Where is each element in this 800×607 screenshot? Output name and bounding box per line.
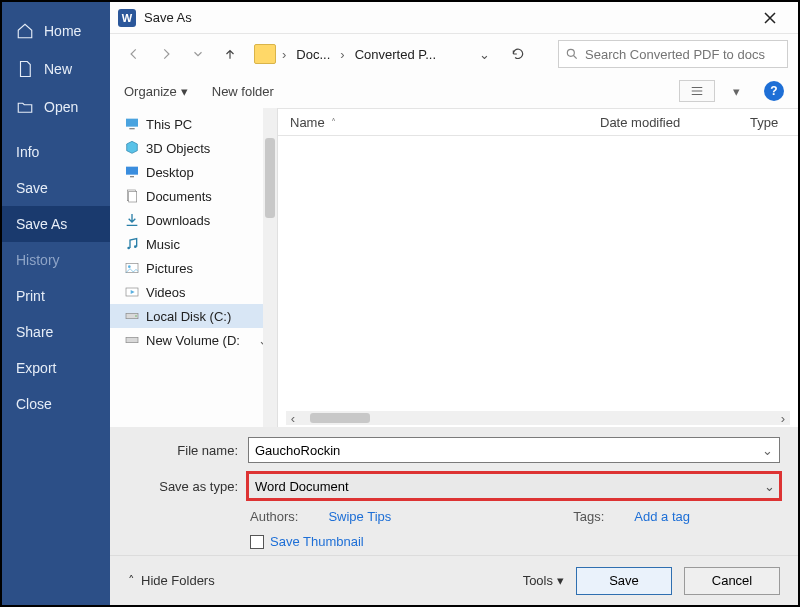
tools-dropdown[interactable]: Tools ▾ <box>523 573 564 588</box>
save-as-dialog: W Save As › Doc... › Converted P... ⌄ <box>110 2 798 605</box>
dialog-titlebar: W Save As <box>110 2 798 34</box>
tree-item-downloads[interactable]: Downloads <box>110 208 277 232</box>
search-field[interactable] <box>585 47 781 62</box>
scroll-right-icon[interactable]: › <box>776 411 790 425</box>
tree-item-3d-objects[interactable]: 3D Objects <box>110 136 277 160</box>
file-name-input[interactable] <box>255 443 762 458</box>
refresh-button[interactable] <box>504 40 532 68</box>
horizontal-scrollbar[interactable]: ‹ › <box>286 411 790 425</box>
tools-label: Tools <box>523 573 553 588</box>
search-input[interactable] <box>558 40 788 68</box>
authors-value[interactable]: Swipe Tips <box>328 509 391 524</box>
cancel-button[interactable]: Cancel <box>684 567 780 595</box>
dialog-title: Save As <box>144 10 750 25</box>
hide-folders-button[interactable]: ˄ Hide Folders <box>128 573 215 588</box>
column-header-name[interactable]: Name ˄ <box>278 115 588 130</box>
sidebar-item-label: New <box>44 61 72 77</box>
tree-item-documents[interactable]: Documents <box>110 184 277 208</box>
tree-item-label: Pictures <box>146 261 193 276</box>
chevron-down-icon[interactable]: ⌄ <box>762 443 773 458</box>
save-as-type-combobox[interactable]: Word Document ⌄ <box>248 473 780 499</box>
sidebar-item-export[interactable]: Export <box>2 350 110 386</box>
scroll-left-icon[interactable]: ‹ <box>286 411 300 425</box>
help-button[interactable]: ? <box>764 81 784 101</box>
sidebar-item-home[interactable]: Home <box>2 12 110 50</box>
sidebar-item-open[interactable]: Open <box>2 88 110 126</box>
tree-item-videos[interactable]: Videos <box>110 280 277 304</box>
dialog-toolbar: Organize ▾ New folder ▾ ? <box>110 74 798 108</box>
view-options-button[interactable] <box>679 80 715 102</box>
sidebar-item-label: Save As <box>16 216 67 232</box>
tree-item-local-disk-c[interactable]: Local Disk (C:) <box>110 304 277 328</box>
svg-point-10 <box>128 265 131 268</box>
tags-label: Tags: <box>573 509 604 524</box>
search-icon <box>565 47 579 61</box>
cube-icon <box>124 140 140 156</box>
sidebar-item-save[interactable]: Save <box>2 170 110 206</box>
disk-icon <box>124 332 140 348</box>
tree-scrollbar[interactable] <box>263 108 277 427</box>
sidebar-item-label: History <box>16 252 60 268</box>
close-button[interactable] <box>750 2 790 34</box>
file-icon <box>16 60 34 78</box>
sidebar-item-print[interactable]: Print <box>2 278 110 314</box>
chevron-down-icon[interactable] <box>184 40 212 68</box>
tree-item-label: Documents <box>146 189 212 204</box>
tree-item-this-pc[interactable]: This PC <box>110 112 277 136</box>
tree-item-label: This PC <box>146 117 192 132</box>
chevron-down-icon[interactable]: ▾ <box>733 84 740 99</box>
authors-label: Authors: <box>250 509 298 524</box>
tree-item-label: 3D Objects <box>146 141 210 156</box>
chevron-right-icon: › <box>280 47 288 62</box>
folder-tree: This PC 3D Objects Desktop Documents <box>110 108 278 427</box>
column-header-type[interactable]: Type <box>738 115 798 130</box>
save-button[interactable]: Save <box>576 567 672 595</box>
tree-item-desktop[interactable]: Desktop <box>110 160 277 184</box>
sidebar-item-new[interactable]: New <box>2 50 110 88</box>
breadcrumb-segment[interactable]: Converted P... <box>351 47 440 62</box>
nav-back-button[interactable] <box>120 40 148 68</box>
sidebar-item-label: Close <box>16 396 52 412</box>
new-folder-button[interactable]: New folder <box>212 84 274 99</box>
folder-open-icon <box>16 98 34 116</box>
sidebar-item-save-as[interactable]: Save As <box>2 206 110 242</box>
sidebar-item-share[interactable]: Share <box>2 314 110 350</box>
chevron-down-icon: ▾ <box>557 573 564 588</box>
tree-item-label: Desktop <box>146 165 194 180</box>
word-app-icon: W <box>118 9 136 27</box>
breadcrumb-segment[interactable]: Doc... <box>292 47 334 62</box>
sidebar-item-label: Save <box>16 180 48 196</box>
desktop-icon <box>124 164 140 180</box>
sort-arrow-icon: ˄ <box>331 117 336 128</box>
sidebar-item-history[interactable]: History <box>2 242 110 278</box>
tree-item-label: Music <box>146 237 180 252</box>
save-thumbnail-checkbox[interactable] <box>250 535 264 549</box>
tree-item-pictures[interactable]: Pictures <box>110 256 277 280</box>
tree-item-music[interactable]: Music <box>110 232 277 256</box>
tags-value[interactable]: Add a tag <box>634 509 690 524</box>
svg-point-8 <box>134 245 137 248</box>
file-list[interactable]: ‹ › <box>278 136 798 427</box>
chevron-up-icon: ˄ <box>128 573 135 588</box>
file-list-pane: Name ˄ Date modified Type ‹ › <box>278 108 798 427</box>
sidebar-item-label: Export <box>16 360 56 376</box>
sidebar-item-close[interactable]: Close <box>2 386 110 422</box>
breadcrumb-dropdown[interactable]: ⌄ <box>474 47 494 62</box>
nav-up-button[interactable] <box>216 40 244 68</box>
dialog-footer: ˄ Hide Folders Tools ▾ Save Cancel <box>110 555 798 605</box>
save-form: File name: ⌄ Save as type: Word Document… <box>110 427 798 555</box>
save-thumbnail-label[interactable]: Save Thumbnail <box>270 534 364 549</box>
sidebar-item-info[interactable]: Info <box>2 134 110 170</box>
chevron-down-icon[interactable]: ⌄ <box>764 479 775 494</box>
nav-forward-button[interactable] <box>152 40 180 68</box>
tree-item-new-volume-d[interactable]: New Volume (D: ⌄ <box>110 328 277 352</box>
chevron-down-icon: ▾ <box>181 84 188 99</box>
tree-item-label: Videos <box>146 285 186 300</box>
word-backstage-sidebar: Home New Open Info Save Save As History … <box>2 2 110 605</box>
svg-point-7 <box>127 247 130 250</box>
cancel-button-label: Cancel <box>712 573 752 588</box>
column-header-date[interactable]: Date modified <box>588 115 738 130</box>
file-name-field[interactable]: ⌄ <box>248 437 780 463</box>
organize-button[interactable]: Organize ▾ <box>124 84 188 99</box>
save-as-type-value: Word Document <box>255 479 349 494</box>
